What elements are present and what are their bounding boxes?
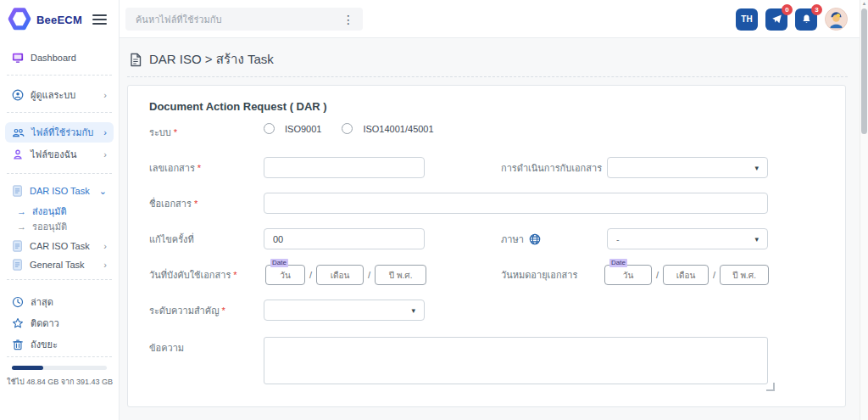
sidebar-item-my-files[interactable]: ไฟล์ของฉัน › xyxy=(5,144,114,165)
message-textarea[interactable] xyxy=(264,337,768,384)
revision-input[interactable] xyxy=(264,228,425,249)
sidebar-item-car-iso-task[interactable]: CAR ISO Task › xyxy=(5,236,114,256)
header-divider xyxy=(127,76,848,77)
chevron-right-icon: › xyxy=(103,149,107,160)
effective-year-input[interactable] xyxy=(375,265,426,285)
caret-down-icon: ▾ xyxy=(754,164,759,172)
sidebar-divider xyxy=(7,173,112,174)
language-button-label: TH xyxy=(741,14,752,24)
required-asterisk: * xyxy=(198,163,201,173)
dashboard-icon xyxy=(12,52,24,64)
form-title: Document Action Request ( DAR ) xyxy=(149,100,327,113)
radio-iso9001[interactable] xyxy=(264,123,275,134)
doc-name-label: ชื่อเอกสาร* xyxy=(149,196,198,211)
kebab-menu-icon[interactable]: ⋮ xyxy=(337,14,354,25)
sidebar-item-label: CAR ISO Task xyxy=(30,241,90,251)
arrow-right-icon: → xyxy=(17,206,26,216)
language-value: - xyxy=(616,234,620,244)
doc-number-input[interactable] xyxy=(264,157,425,178)
doc-action-select[interactable]: ▾ xyxy=(607,157,768,178)
sidebar-divider xyxy=(7,75,112,76)
doc-action-label: การดำเนินการกับเอกสาร xyxy=(501,160,602,176)
message-label: ข้อความ xyxy=(149,340,184,356)
search-input[interactable] xyxy=(134,14,337,25)
bell-icon xyxy=(801,14,812,25)
user-avatar[interactable] xyxy=(825,8,848,31)
sidebar-item-label: ไฟล์ที่ใช้ร่วมกับ xyxy=(31,125,93,140)
required-asterisk: * xyxy=(194,199,198,209)
system-label: ระบบ* xyxy=(149,125,177,140)
sidebar-item-label: Dashboard xyxy=(31,53,76,63)
sidebar-item-admin[interactable]: ผู้ดูแลระบบ › xyxy=(5,85,114,105)
sidebar-item-recent[interactable]: ล่าสุด xyxy=(5,292,114,312)
doc-name-input[interactable] xyxy=(264,193,768,214)
sidebar-item-shared-files[interactable]: ไฟล์ที่ใช้ร่วมกับ › xyxy=(5,122,114,143)
required-asterisk: * xyxy=(174,127,177,137)
priority-label: ระดับความสำคัญ* xyxy=(149,303,225,318)
caret-down-icon: ▾ xyxy=(754,235,759,244)
sidebar-item-label: General Task xyxy=(30,260,85,270)
star-icon xyxy=(12,317,24,329)
system-radio-group: ISO9001 ISO14001/45001 xyxy=(264,123,446,134)
caret-down-icon: ▾ xyxy=(411,306,415,315)
search-bar[interactable]: ⋮ xyxy=(125,8,363,31)
language-label-row: ภาษา xyxy=(501,232,541,247)
clock-icon xyxy=(12,296,24,308)
sidebar-item-starred[interactable]: ติดดาว xyxy=(5,313,114,333)
date-separator: / xyxy=(309,270,313,280)
sidebar-item-label: ผู้ดูแลระบบ xyxy=(31,87,75,103)
storage-progress-bar xyxy=(12,366,107,370)
sidebar-item-general-task[interactable]: General Task › xyxy=(5,255,114,275)
sidebar-item-label: ส่งอนุมัติ xyxy=(32,204,67,219)
textarea-resize-handle[interactable] xyxy=(766,383,775,391)
notifications-badge: 3 xyxy=(811,4,822,15)
document-icon xyxy=(12,240,23,252)
sidebar-item-label: ล่าสุด xyxy=(31,294,53,310)
scrollbar-up-arrow[interactable]: ▲ xyxy=(860,1,868,6)
send-icon xyxy=(771,14,782,25)
sidebar-divider xyxy=(7,279,112,280)
storage-usage-text: ใช้ไป 48.84 GB จาก 391.43 GB xyxy=(7,376,117,388)
trash-icon xyxy=(12,339,24,350)
date-separator: / xyxy=(655,270,659,280)
radio-iso14001-45001-label: ISO14001/45001 xyxy=(363,124,433,134)
radio-iso14001-45001[interactable] xyxy=(342,123,353,134)
admin-user-icon xyxy=(12,89,24,101)
breadcrumb-text: DAR ISO > สร้าง Task xyxy=(149,49,274,70)
messages-button[interactable]: 0 xyxy=(765,8,787,31)
date-chip: Date xyxy=(270,259,288,267)
date-chip: Date xyxy=(609,259,627,267)
sidebar-item-dar-iso-task[interactable]: DAR ISO Task ⌄ xyxy=(5,181,114,201)
priority-select[interactable]: ▾ xyxy=(264,300,425,321)
sidebar-item-label: DAR ISO Task xyxy=(30,186,90,196)
effective-month-input[interactable] xyxy=(316,265,364,285)
date-separator: / xyxy=(712,270,716,280)
chevron-down-icon: ⌄ xyxy=(99,186,107,197)
required-asterisk: * xyxy=(233,270,236,280)
expiry-date-label: วันหมดอายุเอกสาร xyxy=(501,267,577,283)
sidebar-item-trash[interactable]: ถังขยะ xyxy=(5,334,114,355)
chevron-right-icon: › xyxy=(103,127,107,137)
sidebar-item-dashboard[interactable]: Dashboard xyxy=(5,48,114,68)
notifications-button[interactable]: 3 xyxy=(795,8,817,31)
sidebar-item-label: ไฟล์ของฉัน xyxy=(31,147,77,162)
hamburger-menu-icon[interactable] xyxy=(92,12,107,27)
sidebar-divider xyxy=(7,356,112,357)
chevron-right-icon: › xyxy=(103,90,107,100)
scrollbar-thumb[interactable] xyxy=(861,8,867,134)
document-icon xyxy=(12,259,23,271)
document-icon xyxy=(12,185,23,197)
expiry-day-input[interactable] xyxy=(604,265,652,285)
sidebar-subitem-send-approval[interactable]: → ส่งอนุมัติ xyxy=(17,204,114,218)
expiry-year-input[interactable] xyxy=(720,265,769,285)
language-button[interactable]: TH xyxy=(736,8,758,31)
beeecm-logo-icon xyxy=(7,7,32,32)
required-asterisk: * xyxy=(222,305,225,316)
page-scrollbar[interactable]: ▲ xyxy=(860,0,868,420)
expiry-month-input[interactable] xyxy=(663,265,709,285)
sidebar-subitem-pending-approval[interactable]: → รออนุมัติ xyxy=(17,219,114,233)
language-label: ภาษา xyxy=(501,232,524,247)
arrow-right-icon: → xyxy=(17,221,26,232)
language-select[interactable]: - ▾ xyxy=(607,228,768,249)
effective-day-input[interactable] xyxy=(265,265,305,285)
